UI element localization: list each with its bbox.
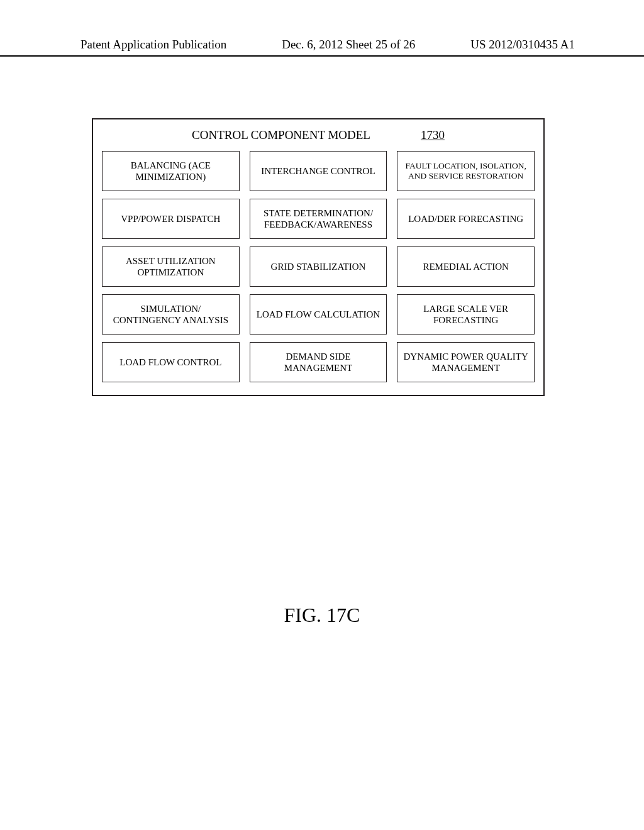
- diagram-cell: SIMULATION/ CONTINGENCY ANALYSIS: [102, 294, 240, 335]
- header-left: Patent Application Publication: [80, 38, 226, 52]
- diagram-cell: INTERCHANGE CONTROL: [250, 151, 387, 191]
- diagram-cell: STATE DETERMINATION/ FEEDBACK/AWARENESS: [250, 199, 387, 239]
- diagram-cell: FAULT LOCATION, ISOLATION, AND SERVICE R…: [397, 151, 535, 191]
- diagram-cell: LOAD FLOW CALCULATION: [250, 294, 387, 335]
- diagram-cell: DEMAND SIDE MANAGEMENT: [250, 342, 387, 382]
- diagram-cell: LARGE SCALE VER FORECASTING: [397, 294, 535, 335]
- diagram-cell: VPP/POWER DISPATCH: [102, 199, 240, 239]
- diagram-cell: BALANCING (ACE MINIMIZATION): [102, 151, 240, 191]
- diagram-grid: BALANCING (ACE MINIMIZATION) INTERCHANGE…: [102, 151, 535, 382]
- figure-caption: FIG. 17C: [0, 604, 644, 627]
- diagram-cell: GRID STABILIZATION: [250, 246, 387, 287]
- diagram-cell: DYNAMIC POWER QUALITY MANAGEMENT: [397, 342, 535, 382]
- diagram-reference-number: 1730: [421, 128, 445, 142]
- diagram-cell: ASSET UTILIZATION OPTIMIZATION: [102, 246, 240, 287]
- diagram-cell: REMEDIAL ACTION: [397, 246, 535, 287]
- diagram-cell: LOAD FLOW CONTROL: [102, 342, 240, 382]
- control-component-model-diagram: CONTROL COMPONENT MODEL 1730 BALANCING (…: [92, 118, 545, 396]
- diagram-title: CONTROL COMPONENT MODEL: [192, 128, 370, 142]
- header-middle: Dec. 6, 2012 Sheet 25 of 26: [282, 38, 415, 52]
- header-right: US 2012/0310435 A1: [470, 38, 575, 52]
- page-header: Patent Application Publication Dec. 6, 2…: [0, 38, 644, 57]
- diagram-title-row: CONTROL COMPONENT MODEL 1730: [102, 128, 535, 142]
- diagram-cell: LOAD/DER FORECASTING: [397, 199, 535, 239]
